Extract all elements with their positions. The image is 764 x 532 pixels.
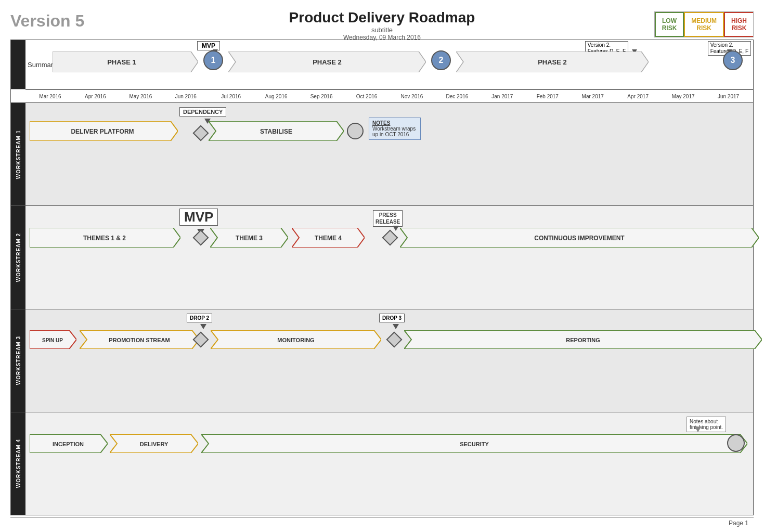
workstreams: WORKSTREAM 1 DEPENDENCY DELIVER PLATFORM [11, 103, 753, 515]
svg-text:PHASE 1: PHASE 1 [107, 58, 136, 66]
milestone-2: 2 [431, 50, 451, 70]
month-apr2016: Apr 2016 [73, 94, 118, 99]
drop3-callout: DROP 3 [379, 314, 405, 322]
milestone-1: 1 [203, 50, 223, 70]
header: Version 5 Product Delivery Roadmap subti… [10, 9, 754, 37]
month-oct2016: Oct 2016 [344, 94, 390, 99]
theme3: THEME 3 [210, 228, 288, 248]
ws3-label-container: WORKSTREAM 3 [11, 309, 25, 412]
svg-text:THEME 3: THEME 3 [236, 235, 263, 242]
security: SECURITY [201, 434, 747, 453]
svg-text:REPORTING: REPORTING [566, 337, 600, 343]
svg-text:MONITORING: MONITORING [277, 337, 314, 343]
footer: Page 1 [10, 517, 754, 527]
svg-text:CONTINUOUS IMPROVEMENT: CONTINUOUS IMPROVEMENT [534, 235, 625, 242]
milestone-3: 3 [723, 50, 743, 70]
monitoring: MONITORING [211, 330, 381, 349]
summary-section: Summary: MVP Version 2.Features D, E, F … [11, 40, 753, 89]
svg-text:DELIVERY: DELIVERY [140, 441, 169, 447]
month-aug2016: Aug 2016 [254, 94, 299, 99]
risk-low: LOWRISK [655, 12, 684, 37]
promotion-stream: PROMOTION STREAM [80, 330, 199, 349]
ws2-content: MVP PRESSRELEASE THEMES 1 & 2 [25, 206, 753, 308]
svg-text:PHASE 2: PHASE 2 [313, 58, 342, 66]
page: Version 5 Product Delivery Roadmap subti… [0, 0, 764, 532]
phase1-arrow: PHASE 1 [53, 51, 198, 72]
deliver-platform: DELIVER PLATFORM [30, 121, 178, 141]
ws2-label: WORKSTREAM 2 [16, 233, 21, 282]
months-row: Mar 2016 Apr 2016 May 2016 Jun 2016 Jul … [25, 94, 753, 99]
svg-text:INCEPTION: INCEPTION [53, 441, 84, 447]
month-jun2016: Jun 2016 [163, 94, 209, 99]
summary-content: Summary: MVP Version 2.Features D, E, F … [25, 40, 753, 89]
risk-high: HIGHRISK [724, 12, 753, 37]
title-block: Product Delivery Roadmap subtitle Wednes… [289, 9, 475, 41]
roadmap-container: Summary: MVP Version 2.Features D, E, F … [10, 40, 754, 515]
theme4: THEME 4 [292, 228, 365, 248]
month-jul2016: Jul 2016 [209, 94, 254, 99]
press-release: PRESSRELEASE [373, 210, 403, 227]
reporting: REPORTING [404, 330, 762, 349]
ws1-diamond [192, 125, 209, 141]
risk-medium: MEDIUMRISK [684, 12, 724, 37]
inception: INCEPTION [30, 434, 108, 453]
ws4-label: WORKSTREAM 4 [16, 439, 21, 488]
svg-text:STABILISE: STABILISE [260, 128, 292, 135]
month-may2016: May 2016 [118, 94, 163, 99]
workstream-2-row: WORKSTREAM 2 MVP PRESSRELEASE THEMES 1 &… [11, 206, 753, 309]
month-mar2016: Mar 2016 [28, 94, 73, 99]
ws2-diamond2 [382, 230, 398, 246]
finish-note: Notes aboutfinishing point. [687, 417, 726, 432]
ws1-notes: NOTES Workstream wrapsup in OCT 2016 [369, 118, 421, 140]
drop2-arrow [200, 324, 206, 329]
month-dec2016: Dec 2016 [434, 94, 480, 99]
ws1-label-container: WORKSTREAM 1 [11, 103, 25, 205]
phase2b-arrow: PHASE 2 [456, 51, 649, 72]
version-label: Version 5 [10, 11, 84, 31]
svg-text:SECURITY: SECURITY [460, 441, 489, 447]
ws4-circle [727, 434, 745, 452]
months-spacer [11, 89, 25, 102]
themes12: THEMES 1 & 2 [30, 228, 180, 248]
phase2a-arrow: PHASE 2 [228, 51, 426, 72]
subtitle: subtitle [289, 26, 475, 34]
workstream-3-row: WORKSTREAM 3 DROP 2 DROP 3 SPIN UP [11, 309, 753, 412]
month-sep2016: Sep 2016 [299, 94, 344, 99]
workstream-1-row: WORKSTREAM 1 DEPENDENCY DELIVER PLATFORM [11, 103, 753, 206]
ws1-label: WORKSTREAM 1 [16, 130, 21, 179]
ws1-notes-title: NOTES [372, 120, 417, 126]
ws4-label-container: WORKSTREAM 4 [11, 412, 25, 515]
dependency-callout: DEPENDENCY [179, 107, 226, 116]
ws1-content: DEPENDENCY DELIVER PLATFORM STABILISE [25, 103, 753, 205]
page-number: Page 1 [729, 520, 748, 527]
svg-text:PHASE 2: PHASE 2 [538, 58, 567, 66]
svg-text:THEME 4: THEME 4 [315, 235, 342, 242]
continuous-improvement: CONTINUOUS IMPROVEMENT [400, 228, 759, 248]
drop2-callout: DROP 2 [187, 314, 212, 322]
svg-text:SPIN UP: SPIN UP [42, 338, 63, 343]
month-feb2017: Feb 2017 [525, 94, 570, 99]
month-mar2017: Mar 2017 [570, 94, 615, 99]
risk-legend: LOWRISK MEDIUMRISK HIGHRISK [654, 11, 754, 37]
month-apr2017: Apr 2017 [615, 94, 661, 99]
ws3-diamond2 [386, 331, 402, 347]
svg-text:DELIVER PLATFORM: DELIVER PLATFORM [71, 128, 134, 135]
months-content: Mar 2016 Apr 2016 May 2016 Jun 2016 Jul … [25, 89, 753, 102]
ws4-content: Notes aboutfinishing point. INCEPTION DE… [25, 412, 753, 515]
month-jan2017: Jan 2017 [480, 94, 525, 99]
month-nov2016: Nov 2016 [390, 94, 435, 99]
main-title: Product Delivery Roadmap [289, 9, 475, 26]
summary-spacer [11, 40, 25, 89]
spin-up: SPIN UP [30, 330, 76, 349]
ws2-label-container: WORKSTREAM 2 [11, 206, 25, 308]
months-bar: Mar 2016 Apr 2016 May 2016 Jun 2016 Jul … [11, 89, 753, 103]
stabilise: STABILISE [209, 121, 344, 141]
press-arrow [393, 226, 399, 231]
ws3-content: DROP 2 DROP 3 SPIN UP PROMOTION STREAM [25, 309, 753, 412]
svg-text:PROMOTION STREAM: PROMOTION STREAM [109, 337, 170, 343]
drop3-arrow [393, 324, 399, 329]
workstream-4-row: WORKSTREAM 4 Notes aboutfinishing point.… [11, 412, 753, 515]
ws1-circle [347, 123, 364, 139]
delivery: DELIVERY [110, 434, 198, 453]
ws3-label: WORKSTREAM 3 [16, 336, 21, 385]
